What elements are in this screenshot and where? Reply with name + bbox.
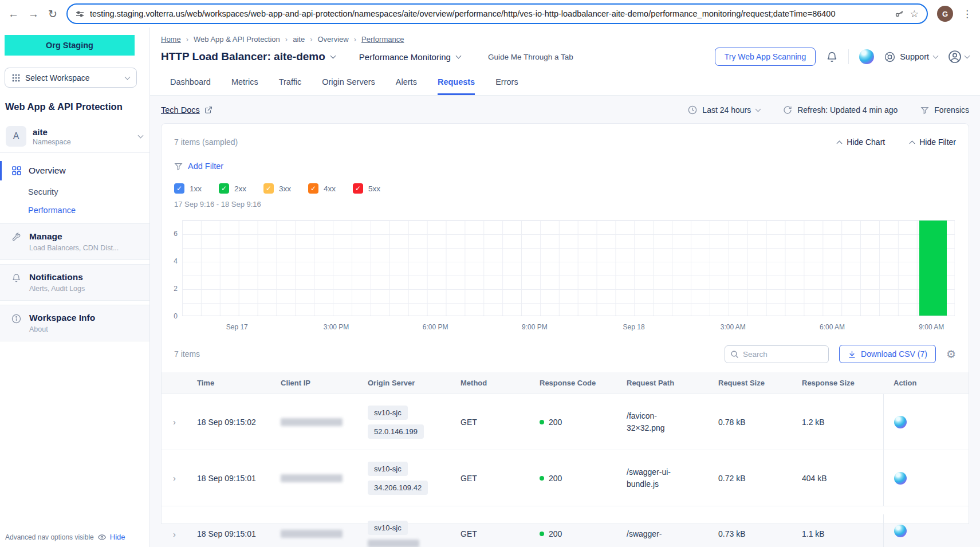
sidebar-item-manage[interactable]: Manage Load Balancers, CDN Dist... — [0, 223, 149, 260]
tab-errors[interactable]: Errors — [495, 77, 518, 95]
checkbox-3xx-checked[interactable]: ✓ — [263, 183, 274, 194]
expand-row-icon[interactable]: › — [162, 417, 187, 427]
support-menu[interactable]: Support — [884, 52, 938, 62]
add-filter-button[interactable]: Add Filter — [174, 162, 956, 171]
refresh-icon — [783, 105, 792, 115]
response-code-value: 200 — [549, 474, 562, 483]
tune-icon[interactable] — [76, 10, 84, 18]
sidebar-item-manage-label: Manage — [29, 231, 119, 242]
col-time: Time — [187, 379, 270, 387]
sidebar-item-security[interactable]: Security — [0, 183, 149, 201]
legend-1xx[interactable]: ✓ 1xx — [174, 183, 202, 194]
x-tick: 9:00 PM — [522, 323, 548, 331]
search-input[interactable] — [743, 350, 823, 359]
breadcrumb-performance[interactable]: Performance — [361, 35, 404, 44]
sidebar: Org Staging Select Workspace Web App & A… — [0, 27, 150, 547]
col-response-code: Response Code — [529, 379, 616, 387]
search-box[interactable] — [725, 345, 829, 363]
breadcrumb-namespace[interactable]: aite — [293, 35, 305, 44]
table-row[interactable]: › 18 Sep 09:15:01 sv10-sjc GET 200 /swag… — [162, 506, 969, 547]
wrench-icon — [11, 233, 21, 252]
sidebar-item-overview[interactable]: Overview — [0, 159, 149, 183]
url-bar[interactable]: testing.staging.volterra.us/web/workspac… — [66, 3, 928, 24]
product-sphere-icon[interactable] — [859, 49, 874, 64]
password-key-icon[interactable] — [895, 9, 904, 19]
legend-2xx[interactable]: ✓ 2xx — [219, 183, 246, 194]
action-sphere-icon[interactable] — [894, 416, 907, 428]
legend-3xx[interactable]: ✓ 3xx — [263, 183, 291, 194]
namespace-name: aite — [33, 127, 71, 137]
workspace-selector-label: Select Workspace — [25, 73, 90, 82]
funnel-icon — [920, 106, 929, 115]
legend-4xx[interactable]: ✓ 4xx — [308, 183, 336, 194]
table-row[interactable]: › 18 Sep 09:15:02 sv10-sjc 52.0.146.199 … — [162, 393, 969, 450]
y-tick: 2 — [174, 285, 178, 293]
sidebar-item-workspace-info[interactable]: Workspace Info About — [0, 305, 149, 341]
page-header: Home › Web App & API Protection › aite ›… — [150, 27, 980, 96]
tab-metrics[interactable]: Metrics — [231, 77, 258, 95]
hide-advanced-nav-link[interactable]: Hide — [110, 533, 125, 541]
checkbox-1xx-checked[interactable]: ✓ — [174, 183, 184, 194]
tab-alerts[interactable]: Alerts — [396, 77, 417, 95]
browser-menu-icon[interactable]: ⋮ — [962, 8, 972, 20]
table-row[interactable]: › 18 Sep 09:15:01 sv10-sjc 34.206.109.42… — [162, 450, 969, 506]
page-title-dropdown[interactable]: HTTP Load Balancer: aite-demo — [161, 50, 335, 63]
status-ok-dot — [540, 532, 544, 536]
action-sphere-icon[interactable] — [894, 472, 907, 485]
x-tick: Sep 17 — [226, 323, 248, 331]
namespace-selector[interactable]: A aite Namespace — [0, 121, 149, 153]
refresh-control[interactable]: Refresh: Updated 4 min ago — [783, 105, 898, 115]
y-tick: 4 — [174, 257, 178, 265]
back-icon[interactable]: ← — [8, 9, 19, 19]
guide-me-link[interactable]: Guide Me Through a Tab — [488, 53, 573, 61]
checkbox-4xx-checked[interactable]: ✓ — [308, 183, 318, 194]
x-tick: Sep 18 — [623, 323, 645, 331]
breadcrumb-separator: › — [310, 35, 312, 44]
breadcrumb-waap[interactable]: Web App & API Protection — [194, 35, 280, 44]
bookmark-star-icon[interactable]: ☆ — [910, 9, 919, 19]
col-action: Action — [883, 379, 969, 387]
tab-traffic[interactable]: Traffic — [279, 77, 301, 95]
tech-docs-link[interactable]: Tech Docs — [161, 105, 212, 115]
expand-row-icon[interactable]: › — [162, 473, 187, 483]
info-icon — [11, 314, 21, 333]
browser-chrome: ← → ↻ testing.staging.volterra.us/web/wo… — [0, 0, 980, 27]
checkbox-5xx-checked[interactable]: ✓ — [353, 183, 363, 194]
reload-icon[interactable]: ↻ — [48, 9, 57, 19]
monitoring-dropdown[interactable]: Performance Monitoring — [359, 52, 461, 62]
external-link-icon — [204, 106, 212, 114]
cell-client-ip — [270, 474, 357, 482]
breadcrumb-overview[interactable]: Overview — [317, 35, 348, 44]
account-menu[interactable] — [948, 50, 969, 64]
breadcrumb-separator: › — [285, 35, 288, 44]
checkbox-2xx-checked[interactable]: ✓ — [219, 183, 229, 194]
action-sphere-icon[interactable] — [894, 525, 907, 537]
tab-origin-servers[interactable]: Origin Servers — [322, 77, 375, 95]
sidebar-item-notifications[interactable]: Notifications Alerts, Audit Logs — [0, 264, 149, 301]
client-ip-redacted — [281, 474, 343, 482]
search-icon — [730, 350, 739, 359]
notification-bell-icon[interactable] — [826, 51, 838, 63]
chart-bar[interactable] — [919, 221, 947, 316]
col-client-ip: Client IP — [270, 379, 357, 387]
divider — [848, 49, 849, 64]
download-csv-button[interactable]: Download CSV (7) — [839, 345, 936, 363]
try-web-app-scanning-button[interactable]: Try Web App Scanning — [715, 48, 816, 66]
forward-icon[interactable]: → — [28, 9, 39, 19]
hide-filter-button[interactable]: Hide Filter — [910, 137, 956, 147]
tab-dashboard[interactable]: Dashboard — [170, 77, 211, 95]
chevron-down-icon — [125, 74, 131, 80]
forensics-control[interactable]: Forensics — [920, 105, 969, 115]
tab-requests[interactable]: Requests — [438, 77, 475, 95]
expand-row-icon[interactable]: › — [162, 529, 187, 539]
legend-5xx[interactable]: ✓ 5xx — [353, 183, 380, 194]
workspace-selector[interactable]: Select Workspace — [5, 68, 137, 88]
browser-profile-avatar[interactable]: G — [937, 6, 953, 22]
gear-icon[interactable]: ⚙ — [946, 348, 956, 361]
hide-chart-button[interactable]: Hide Chart — [837, 137, 885, 147]
sampled-count: 7 items (sampled) — [174, 137, 238, 147]
time-range-dropdown[interactable]: Last 24 hours — [688, 105, 760, 115]
chevron-down-icon — [965, 53, 970, 59]
sidebar-item-performance[interactable]: Performance — [0, 201, 149, 219]
breadcrumb-home[interactable]: Home — [161, 35, 181, 44]
